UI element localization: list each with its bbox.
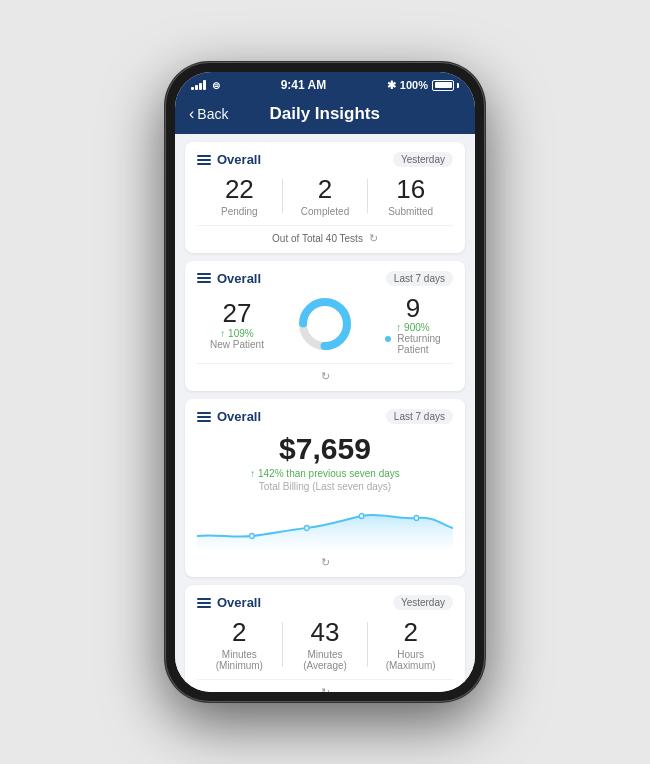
chevron-left-icon: ‹ <box>189 105 194 123</box>
card-billing-badge: Last 7 days <box>386 409 453 424</box>
stat-avg-value: 43 <box>283 618 368 647</box>
card-tests-title-text: Overall <box>217 152 261 167</box>
stat-new-patient: 27 ↑ 109% New Patient <box>197 299 277 350</box>
menu-icon-2 <box>197 273 211 283</box>
billing-chart-svg <box>197 498 453 548</box>
stat-avg: 43 Minutes(Average) <box>283 618 368 671</box>
battery-icon <box>432 80 459 91</box>
nav-bar: ‹ Back Daily Insights <box>175 96 475 134</box>
returning-dot <box>385 336 391 342</box>
card-billing: Overall Last 7 days $7,659 ↑ 142% than p… <box>185 399 465 577</box>
card-billing-title-text: Overall <box>217 409 261 424</box>
card-patients-header: Overall Last 7 days <box>197 271 453 286</box>
stat-min: 2 Minutes(Minimum) <box>197 618 282 671</box>
bluetooth-icon: ✱ <box>387 79 396 92</box>
card-billing-title: Overall <box>197 409 261 424</box>
card-patients-title-text: Overall <box>217 271 261 286</box>
refresh-icon-4[interactable]: ↻ <box>321 686 330 692</box>
menu-icon <box>197 155 211 165</box>
stat-new-value: 27 <box>197 299 277 328</box>
card-tests-stats: 22 Pending 2 Completed 16 Submitted <box>197 175 453 217</box>
menu-icon-4 <box>197 598 211 608</box>
billing-trend: ↑ 142% than previous seven days <box>197 468 453 479</box>
stat-returning-label: Returning Patient <box>373 333 453 355</box>
card-patients-footer: ↻ <box>197 363 453 383</box>
stat-avg-label: Minutes(Average) <box>283 649 368 671</box>
stat-max-value: 2 <box>368 618 453 647</box>
card-tests-footer-text: Out of Total 40 Tests <box>272 233 363 244</box>
status-time: 9:41 AM <box>281 78 327 92</box>
card-patients: Overall Last 7 days 27 ↑ 109% New Patien… <box>185 261 465 392</box>
status-right: ✱ 100% <box>387 79 459 92</box>
stat-submitted-label: Submitted <box>368 206 453 217</box>
card-tests-badge: Yesterday <box>393 152 453 167</box>
card-patients-title: Overall <box>197 271 261 286</box>
stat-new-label: New Patient <box>197 339 277 350</box>
stat-pending-label: Pending <box>197 206 282 217</box>
stat-max: 2 Hours(Maximum) <box>368 618 453 671</box>
stat-min-label: Minutes(Minimum) <box>197 649 282 671</box>
refresh-icon[interactable]: ↻ <box>369 232 378 245</box>
stat-completed: 2 Completed <box>283 175 368 217</box>
billing-chart <box>197 498 453 548</box>
svg-point-4 <box>359 514 364 519</box>
stat-returning-label-text: Returning Patient <box>397 333 440 355</box>
card-tests: Overall Yesterday 22 Pending 2 Completed <box>185 142 465 253</box>
phone-screen: ⊜ 9:41 AM ✱ 100% ‹ Back Daily Insights <box>175 72 475 692</box>
stat-returning-patient: 9 ↑ 900% Returning Patient <box>373 294 453 356</box>
page-title: Daily Insights <box>228 104 421 124</box>
billing-sublabel: Total Billing (Last seven days) <box>197 481 453 492</box>
card-time-stats: 2 Minutes(Minimum) 43 Minutes(Average) 2… <box>197 618 453 671</box>
card-time-title-text: Overall <box>217 595 261 610</box>
stat-completed-label: Completed <box>283 206 368 217</box>
card-billing-header: Overall Last 7 days <box>197 409 453 424</box>
stat-max-label: Hours(Maximum) <box>368 649 453 671</box>
status-bar: ⊜ 9:41 AM ✱ 100% <box>175 72 475 96</box>
billing-value: $7,659 <box>197 432 453 466</box>
stat-returning-value: 9 <box>373 294 453 323</box>
card-tests-header: Overall Yesterday <box>197 152 453 167</box>
stat-min-value: 2 <box>197 618 282 647</box>
status-left: ⊜ <box>191 80 220 91</box>
back-button[interactable]: ‹ Back <box>189 105 228 123</box>
wifi-icon: ⊜ <box>212 80 220 91</box>
battery-pct: 100% <box>400 79 428 91</box>
refresh-icon-3[interactable]: ↻ <box>321 556 330 569</box>
svg-point-3 <box>304 526 309 531</box>
card-time-footer: ↻ <box>197 679 453 692</box>
card-patients-stats: 27 ↑ 109% New Patient 9 <box>197 294 453 356</box>
back-label: Back <box>197 106 228 122</box>
stat-completed-value: 2 <box>283 175 368 204</box>
stat-submitted: 16 Submitted <box>368 175 453 217</box>
menu-icon-3 <box>197 412 211 422</box>
signal-icon <box>191 80 206 90</box>
stat-returning-trend: ↑ 900% <box>373 322 453 333</box>
card-time: Overall Yesterday 2 Minutes(Minimum) 43 … <box>185 585 465 692</box>
card-patients-badge: Last 7 days <box>386 271 453 286</box>
stat-pending: 22 Pending <box>197 175 282 217</box>
card-time-header: Overall Yesterday <box>197 595 453 610</box>
svg-point-5 <box>414 516 419 521</box>
svg-point-2 <box>250 534 255 539</box>
stat-new-trend: ↑ 109% <box>197 328 277 339</box>
content-area: Overall Yesterday 22 Pending 2 Completed <box>175 134 475 692</box>
donut-svg <box>295 294 355 354</box>
stat-submitted-value: 16 <box>368 175 453 204</box>
card-billing-footer: ↻ <box>197 550 453 569</box>
refresh-icon-2[interactable]: ↻ <box>321 370 330 383</box>
stat-pending-value: 22 <box>197 175 282 204</box>
card-time-title: Overall <box>197 595 261 610</box>
donut-chart <box>277 294 373 354</box>
card-tests-title: Overall <box>197 152 261 167</box>
card-time-badge: Yesterday <box>393 595 453 610</box>
card-tests-footer: Out of Total 40 Tests ↻ <box>197 225 453 245</box>
phone-device: ⊜ 9:41 AM ✱ 100% ‹ Back Daily Insights <box>165 62 485 702</box>
